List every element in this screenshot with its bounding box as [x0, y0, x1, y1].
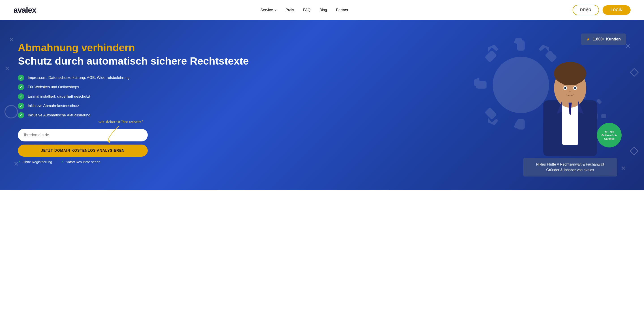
check-instant-results: ✓ Sofort Resultate sehen [61, 160, 100, 164]
x-decoration-2: ✕ [4, 65, 10, 72]
hero-section: ✕ ✕ ✕ ✕ ✕ Abmahnung verhindern Schutz du… [0, 20, 644, 190]
arrow-icon [105, 125, 125, 143]
check-icon-3 [18, 93, 24, 100]
person-info-card: Niklas Plutte // Rechtsanwalt & Fachanwa… [523, 158, 617, 176]
nav-faq-link[interactable]: FAQ [303, 8, 311, 12]
feature-item-3: Einmal installiert, dauerhaft geschützt [18, 93, 386, 100]
check-text-1: Ohne Registrierung [22, 160, 52, 164]
svg-marker-20 [108, 140, 110, 143]
hero-headline-gold: Abmahnung verhindern [18, 42, 386, 54]
customers-badge: ★ 1.800+ Kunden [581, 33, 626, 45]
check-no-registration: ✓ Ohne Registrierung [18, 160, 52, 164]
brand-logo[interactable]: avalex [14, 5, 36, 14]
customers-count: 1.800+ Kunden [593, 37, 621, 41]
svg-point-25 [554, 62, 586, 85]
person-name: Niklas Plutte // Rechtsanwalt & Fachanwa… [530, 162, 610, 167]
feature-item-4: Inklusive Abmahnkostenschutz [18, 103, 386, 109]
nav-buttons: DEMO LOGIN [572, 5, 630, 15]
check-icon-4 [18, 103, 24, 109]
guarantee-text: 30 Tage Geld-zurück- Garantie [602, 130, 617, 141]
person-title: Gründer & Inhaber von avalex [530, 167, 610, 173]
nav-partner-link[interactable]: Partner [336, 8, 348, 12]
guarantee-badge: 30 Tage Geld-zurück- Garantie [597, 123, 622, 148]
feature-text-5: Inklusive Automatische Aktualisierung [28, 113, 90, 118]
feature-text-2: Für Websites und Onlineshops [28, 85, 79, 89]
x-decoration-1: ✕ [9, 36, 14, 43]
checkmark-1: ✓ [18, 160, 21, 164]
feature-list: Impressum, Datenschutzerklärung, AGB, Wi… [18, 75, 386, 118]
feature-item-5: Inklusive Automatische Aktualisierung [18, 112, 386, 118]
demo-button[interactable]: DEMO [572, 5, 599, 15]
feature-text-3: Einmal installiert, dauerhaft geschützt [28, 94, 90, 99]
login-button[interactable]: LOGIN [602, 5, 630, 15]
handwriting-text: wie sicher ist Ihre website? [98, 120, 143, 125]
check-icon-1 [18, 75, 24, 81]
nav-preis-link[interactable]: Preis [286, 8, 294, 12]
check-icon-2 [18, 84, 24, 90]
nav-service-link[interactable]: Service [260, 8, 277, 12]
feature-item-2: Für Websites und Onlineshops [18, 84, 386, 90]
domain-checks: ✓ Ohne Registrierung ✓ Sofort Resultate … [18, 160, 148, 164]
chevron-down-icon [274, 9, 276, 11]
service-label: Service [260, 8, 273, 12]
svg-point-30 [564, 87, 566, 89]
hero-right: ★ 1.800+ Kunden [395, 33, 626, 176]
circle-decoration [4, 105, 18, 118]
diamond-decoration-1 [630, 68, 639, 77]
diamond-decoration-2 [630, 147, 639, 156]
star-icon: ★ [586, 37, 590, 42]
feature-text-1: Impressum, Datenschutzerklärung, AGB, Wi… [28, 76, 130, 80]
person-area: 30 Tage Geld-zurück- Garantie Niklas Plu… [514, 47, 626, 176]
feature-text-4: Inklusive Abmahnkostenschutz [28, 104, 79, 108]
analyze-button[interactable]: JETZT DOMAIN KOSTENLOS ANALYSIEREN [18, 145, 148, 157]
checkmark-2: ✓ [61, 160, 64, 164]
feature-item-1: Impressum, Datenschutzerklärung, AGB, Wi… [18, 75, 386, 81]
navbar: avalex Service Preis FAQ Blog Partner DE… [0, 0, 644, 20]
check-icon-5 [18, 112, 24, 118]
hero-content: Abmahnung verhindern Schutz durch automa… [18, 33, 395, 176]
nav-blog-link[interactable]: Blog [320, 8, 327, 12]
nav-links: Service Preis FAQ Blog Partner [260, 8, 348, 12]
handwriting-area: wie sicher ist Ihre website? [98, 120, 143, 143]
svg-point-31 [574, 87, 576, 89]
check-text-2: Sofort Resultate sehen [66, 160, 100, 164]
hero-headline-white: Schutz durch automatisch sichere Rechtst… [18, 55, 386, 67]
